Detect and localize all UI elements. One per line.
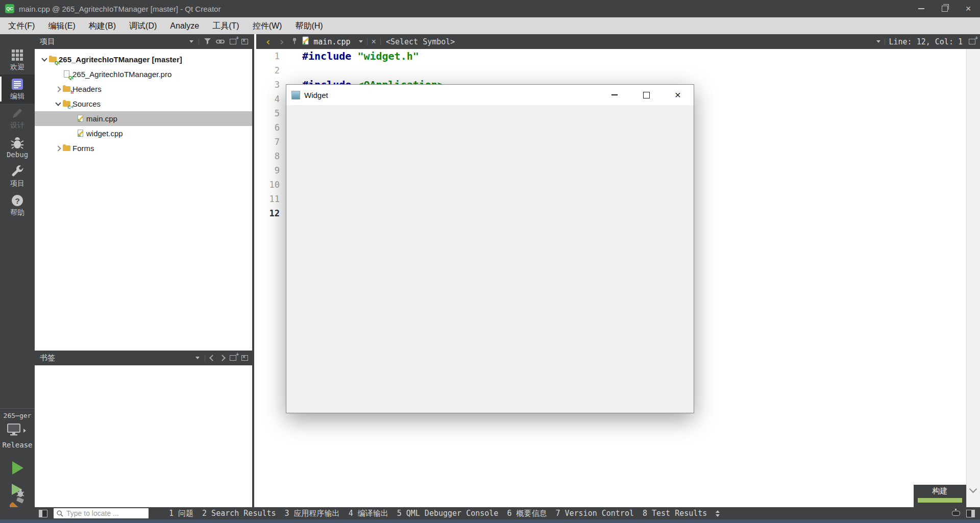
split-new-window-icon[interactable] [230, 39, 236, 44]
pane-menu-arrow-icon[interactable] [195, 357, 200, 359]
menu-item-5[interactable]: 工具(T) [206, 17, 246, 34]
restore-button[interactable] [933, 0, 957, 17]
pin-icon[interactable] [288, 37, 301, 46]
app-window-title: Widget [304, 91, 328, 99]
tree-row-headers[interactable]: Headers [35, 82, 252, 96]
tree-row-widget.cpp[interactable]: widget.cpp [35, 126, 252, 141]
build-progress-popup: 构建 [914, 485, 966, 507]
mode-label: 帮助 [10, 208, 24, 217]
title-bar: QC main.cpp @ 265_AgritechIoTManager [ma… [0, 0, 980, 17]
mode-edit[interactable]: 编辑 [0, 74, 35, 104]
go-forward-icon[interactable]: › [275, 36, 289, 47]
app-maximize-button[interactable] [630, 85, 662, 105]
scroll-down-icon[interactable] [969, 485, 977, 493]
mode-welcome[interactable]: 欢迎 [0, 45, 35, 74]
editor-scrollbar[interactable] [966, 49, 980, 507]
menu-item-7[interactable]: 帮助(H) [288, 17, 329, 34]
line-number: 4 [256, 94, 285, 104]
build-progress-label: 构建 [914, 486, 966, 496]
expand-chevron-icon[interactable] [54, 87, 62, 91]
mode-label: 编辑 [10, 92, 24, 101]
code-line-1: 1#include "widget.h" [256, 49, 967, 63]
minimize-button[interactable] [910, 0, 933, 17]
locator-input[interactable] [65, 509, 139, 518]
progress-details-button[interactable] [952, 511, 960, 516]
app-window-titlebar[interactable]: Widget × [286, 85, 694, 105]
menu-item-2[interactable]: 构建(B) [82, 17, 122, 34]
app-window[interactable]: Widget × [286, 84, 694, 413]
menu-item-3[interactable]: 调试(D) [122, 17, 163, 34]
symbol-selector-combo[interactable]: <Select Symbol> [386, 37, 872, 46]
split-new-window-icon[interactable] [230, 355, 236, 361]
close-pane-icon[interactable] [241, 355, 248, 361]
mode-label: 设计 [10, 121, 24, 130]
output-pane-button-7[interactable]: 7 Version Control [555, 509, 634, 518]
output-pane-button-2[interactable]: 2 Search Results [202, 509, 276, 518]
kit-selector-button[interactable] [6, 423, 29, 438]
build-config-label: Release [0, 441, 35, 449]
expand-chevron-icon[interactable] [54, 146, 62, 151]
menu-item-4[interactable]: Analyze [163, 17, 206, 34]
collapse-chevron-icon[interactable] [54, 103, 62, 105]
next-bookmark-icon[interactable] [219, 355, 226, 361]
locator-box[interactable] [54, 508, 149, 518]
mode-debug[interactable]: Debug [0, 133, 35, 162]
projects-wrench-icon [11, 165, 24, 178]
close-pane-icon[interactable] [241, 39, 248, 44]
status-bar: 1 问题2 Search Results3 应用程序输出4 编译输出5 QML … [0, 507, 980, 519]
document-combo-arrow-icon[interactable] [359, 40, 363, 43]
output-pane-button-4[interactable]: 4 编译输出 [349, 509, 388, 518]
output-pane-button-8[interactable]: 8 Test Results [643, 509, 707, 518]
toggle-left-sidebar-button[interactable] [39, 510, 47, 517]
split-editor-icon[interactable] [969, 39, 975, 44]
tree-row-main.cpp[interactable]: main.cpp [35, 111, 252, 126]
mode-help[interactable]: ?帮助 [0, 191, 35, 220]
menu-item-0[interactable]: 文件(F) [2, 17, 41, 34]
menu-item-1[interactable]: 编辑(E) [41, 17, 82, 34]
menu-bar: 文件(F)编辑(E)构建(B)调试(D)Analyze工具(T)控件(W)帮助(… [0, 17, 980, 34]
run-button[interactable] [0, 460, 35, 478]
mode-label: Debug [7, 151, 28, 159]
collapse-chevron-icon[interactable] [40, 58, 48, 61]
tree-row-label: 265_AgritechIoTManager.pro [72, 70, 172, 79]
close-button[interactable]: × [957, 0, 980, 17]
output-pane-button-1[interactable]: 1 问题 [169, 509, 193, 518]
tree-row-265-agritechiotmanager-master-[interactable]: 265_AgritechIoTManager [master] [35, 52, 252, 67]
tree-row-sources[interactable]: Sources [35, 96, 252, 111]
tree-row-forms[interactable]: Forms [35, 141, 252, 156]
file-cpp-icon [76, 114, 86, 123]
app-window-body[interactable] [286, 105, 694, 413]
symbol-combo-arrow-icon[interactable] [876, 40, 880, 43]
menu-item-6[interactable]: 控件(W) [246, 17, 289, 34]
bookmarks-panel-title[interactable]: 书签 [35, 353, 55, 363]
close-document-icon[interactable]: × [368, 37, 380, 46]
output-pane-button-3[interactable]: 3 应用程序输出 [285, 509, 340, 518]
link-with-editor-icon[interactable] [216, 37, 225, 46]
design-pencil-icon [11, 107, 23, 120]
build-progress-bar [918, 498, 962, 503]
filter-icon[interactable] [204, 37, 211, 46]
mode-design[interactable]: 设计 [0, 104, 35, 133]
welcome-grid-icon [11, 48, 23, 62]
tree-row-265-agritechiotmanager.pro[interactable]: 265_AgritechIoTManager.pro [35, 67, 252, 82]
line-number: 3 [256, 80, 285, 90]
line-number: 2 [256, 65, 285, 76]
line-number: 7 [256, 137, 285, 147]
taskbar-sliver [0, 519, 980, 523]
projects-panel-title[interactable]: 项目 [35, 37, 55, 46]
app-minimize-button[interactable] [599, 85, 630, 105]
pane-menu-arrow-icon[interactable] [189, 40, 193, 43]
project-tree: 265_AgritechIoTManager [master]265_Agrit… [35, 49, 252, 351]
document-icon [301, 36, 310, 47]
output-pane-button-5[interactable]: 5 QML Debugger Console [397, 509, 499, 518]
mode-projects[interactable]: 项目 [0, 162, 35, 191]
bookmarks-list[interactable] [35, 365, 252, 507]
output-pane-button-6[interactable]: 6 概要信息 [507, 509, 547, 518]
prev-bookmark-icon[interactable] [209, 355, 216, 361]
line-number: 11 [256, 194, 285, 204]
app-close-button[interactable]: × [662, 85, 694, 105]
open-document-combo[interactable]: main.cpp [313, 37, 350, 46]
output-panes-arrows-icon[interactable] [716, 510, 720, 517]
toggle-right-sidebar-button[interactable] [966, 510, 975, 517]
go-back-icon[interactable]: ‹ [261, 36, 275, 47]
